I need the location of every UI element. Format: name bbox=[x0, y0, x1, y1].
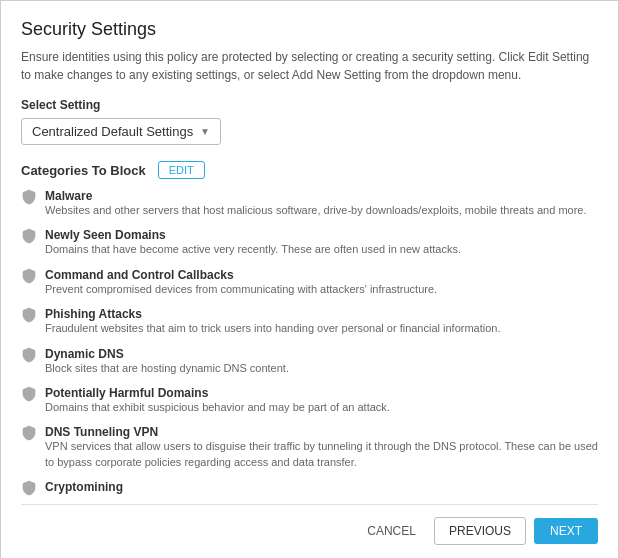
list-item: DNS Tunneling VPNVPN services that allow… bbox=[21, 425, 598, 470]
previous-button[interactable]: PREVIOUS bbox=[434, 517, 526, 545]
list-item: MalwareWebsites and other servers that h… bbox=[21, 189, 598, 218]
footer: CANCEL PREVIOUS NEXT bbox=[21, 504, 598, 558]
categories-list: MalwareWebsites and other servers that h… bbox=[21, 189, 598, 496]
categories-title: Categories To Block bbox=[21, 163, 146, 178]
list-item: Phishing AttacksFraudulent websites that… bbox=[21, 307, 598, 336]
category-desc: VPN services that allow users to disguis… bbox=[45, 439, 598, 470]
category-desc: Cryptomining allows organizations to con… bbox=[45, 494, 519, 496]
category-desc: Prevent compromised devices from communi… bbox=[45, 282, 437, 297]
list-item: Potentially Harmful DomainsDomains that … bbox=[21, 386, 598, 415]
category-desc: Fraudulent websites that aim to trick us… bbox=[45, 321, 501, 336]
category-name: Dynamic DNS bbox=[45, 347, 289, 361]
list-item: CryptominingCryptomining allows organiza… bbox=[21, 480, 598, 496]
category-name: Command and Control Callbacks bbox=[45, 268, 437, 282]
shield-icon bbox=[21, 189, 37, 208]
shield-icon bbox=[21, 480, 37, 496]
chevron-down-icon: ▼ bbox=[200, 126, 210, 137]
page-title: Security Settings bbox=[21, 19, 598, 40]
shield-icon bbox=[21, 228, 37, 247]
category-name: DNS Tunneling VPN bbox=[45, 425, 598, 439]
category-name: Malware bbox=[45, 189, 587, 203]
shield-icon bbox=[21, 347, 37, 366]
category-name: Newly Seen Domains bbox=[45, 228, 461, 242]
category-desc: Domains that have become active very rec… bbox=[45, 242, 461, 257]
next-button[interactable]: NEXT bbox=[534, 518, 598, 544]
category-desc: Block sites that are hosting dynamic DNS… bbox=[45, 361, 289, 376]
shield-icon bbox=[21, 307, 37, 326]
page-container: Security Settings Ensure identities usin… bbox=[1, 1, 618, 558]
category-name: Cryptomining bbox=[45, 480, 519, 494]
shield-icon bbox=[21, 386, 37, 405]
cancel-button[interactable]: CANCEL bbox=[357, 518, 426, 544]
categories-header: Categories To Block EDIT bbox=[21, 161, 598, 179]
list-item: Dynamic DNSBlock sites that are hosting … bbox=[21, 347, 598, 376]
list-item: Command and Control CallbacksPrevent com… bbox=[21, 268, 598, 297]
edit-button[interactable]: EDIT bbox=[158, 161, 205, 179]
list-item: Newly Seen DomainsDomains that have beco… bbox=[21, 228, 598, 257]
category-desc: Domains that exhibit suspicious behavior… bbox=[45, 400, 390, 415]
category-name: Phishing Attacks bbox=[45, 307, 501, 321]
setting-dropdown[interactable]: Centralized Default Settings ▼ bbox=[21, 118, 221, 145]
page-description: Ensure identities using this policy are … bbox=[21, 48, 598, 84]
dropdown-value: Centralized Default Settings bbox=[32, 124, 193, 139]
shield-icon bbox=[21, 425, 37, 444]
shield-icon bbox=[21, 268, 37, 287]
select-setting-label: Select Setting bbox=[21, 98, 598, 112]
category-name: Potentially Harmful Domains bbox=[45, 386, 390, 400]
category-desc: Websites and other servers that host mal… bbox=[45, 203, 587, 218]
